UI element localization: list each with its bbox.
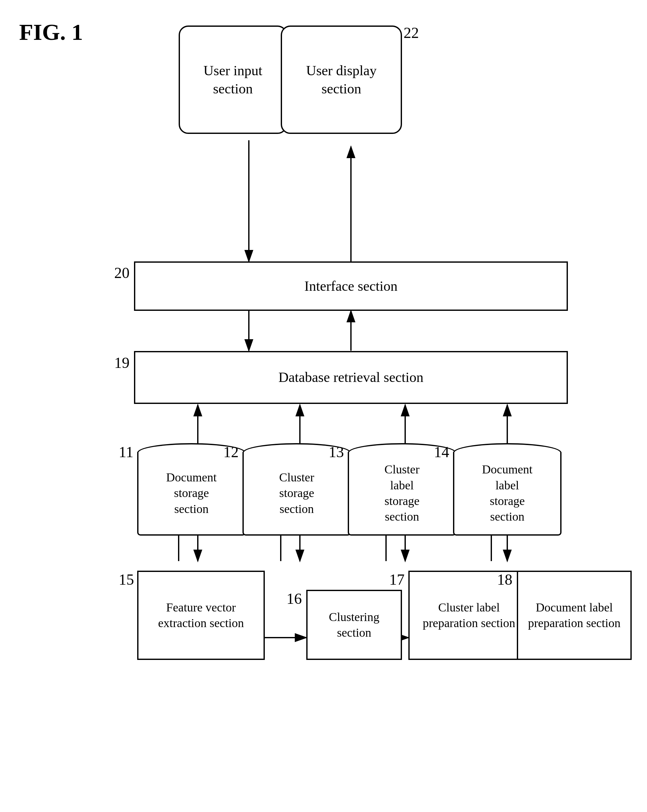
ref-13: 13 — [329, 443, 344, 461]
cluster-label-storage-label: Cluster label storage section — [382, 459, 422, 527]
interface-section: Interface section — [134, 261, 568, 311]
doc-label-prep-label: Document label preparation section — [525, 597, 623, 634]
user-input-section: User input section — [179, 26, 287, 134]
feature-vector-section: Feature vector extraction section — [137, 571, 265, 660]
doc-label-storage-cylinder: Document label storage section — [453, 443, 561, 539]
diagram: FIG. 1 — [0, 0, 647, 812]
user-display-label: User display section — [303, 59, 379, 101]
db-retrieval-section: Database retrieval section — [134, 351, 568, 404]
cluster-label-prep-label: Cluster label preparation section — [420, 597, 518, 634]
ref-12: 12 — [223, 443, 239, 461]
ref-20: 20 — [114, 264, 130, 281]
ref-17: 17 — [389, 571, 405, 588]
feature-vector-label: Feature vector extraction section — [155, 597, 246, 634]
user-display-section: User display section — [281, 26, 402, 134]
doc-storage-label: Document storage section — [164, 467, 219, 519]
clustering-label: Clustering section — [326, 607, 382, 643]
doc-label-storage-label: Document label storage section — [480, 459, 535, 527]
ref-19: 19 — [114, 354, 130, 371]
user-input-label: User input section — [201, 59, 265, 101]
db-retrieval-label: Database retrieval section — [276, 366, 426, 389]
cluster-storage-label: Cluster storage section — [277, 467, 317, 519]
ref-22: 22 — [404, 24, 419, 41]
ref-16: 16 — [286, 590, 302, 607]
ref-15: 15 — [119, 571, 134, 588]
ref-11: 11 — [119, 443, 133, 461]
clustering-section: Clustering section — [306, 590, 402, 660]
doc-label-prep-section: Document label preparation section — [517, 571, 632, 660]
ref-14: 14 — [434, 443, 449, 461]
interface-label: Interface section — [302, 275, 400, 298]
ref-18: 18 — [497, 571, 512, 588]
fig-label: FIG. 1 — [19, 19, 83, 46]
